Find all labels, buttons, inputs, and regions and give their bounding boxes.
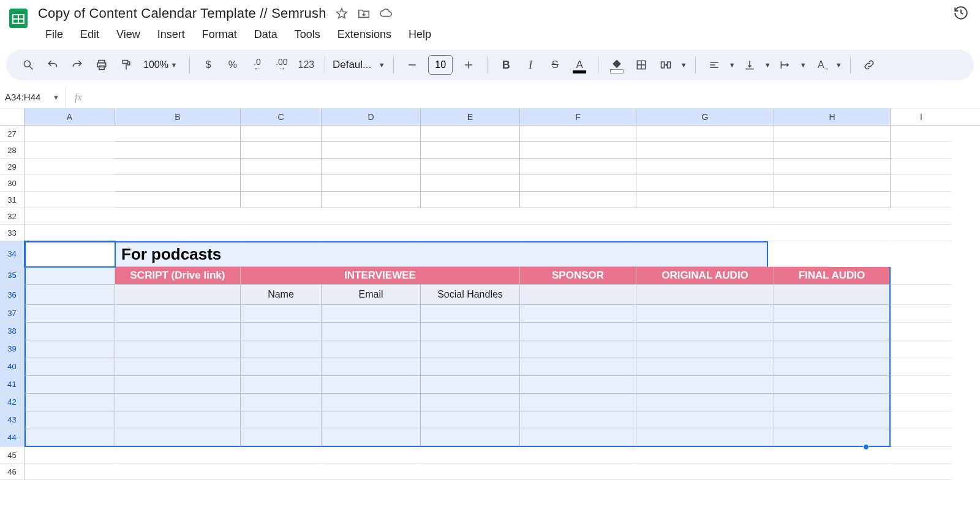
cell[interactable] xyxy=(241,323,322,340)
cloud-status-icon[interactable] xyxy=(379,7,393,20)
cell[interactable] xyxy=(520,225,636,241)
cell[interactable] xyxy=(421,411,520,429)
cell[interactable] xyxy=(24,192,115,208)
undo-icon[interactable] xyxy=(42,54,64,76)
format-percent-button[interactable]: % xyxy=(222,54,244,76)
cell[interactable] xyxy=(774,376,891,394)
cell[interactable] xyxy=(24,323,115,340)
increase-decimal-button[interactable]: .00→ xyxy=(271,54,293,76)
col-header[interactable]: B xyxy=(115,108,241,125)
cell[interactable] xyxy=(421,464,520,480)
cell[interactable] xyxy=(636,142,774,159)
menu-edit[interactable]: Edit xyxy=(73,26,107,43)
cell[interactable] xyxy=(322,447,421,464)
merge-cells-button[interactable] xyxy=(655,54,677,76)
cell[interactable] xyxy=(520,376,636,394)
cell[interactable] xyxy=(115,142,241,159)
caret-down-icon[interactable]: ▼ xyxy=(679,61,688,69)
select-all-corner[interactable] xyxy=(0,108,24,125)
menu-data[interactable]: Data xyxy=(247,26,285,43)
version-history-icon[interactable] xyxy=(953,5,970,22)
cell[interactable] xyxy=(24,142,115,159)
cell[interactable] xyxy=(520,340,636,358)
cell[interactable] xyxy=(322,208,421,225)
cell[interactable] xyxy=(774,411,891,429)
menu-insert[interactable]: Insert xyxy=(150,26,192,43)
cell[interactable] xyxy=(636,285,774,305)
caret-down-icon[interactable]: ▼ xyxy=(53,94,59,101)
cell[interactable] xyxy=(636,376,774,394)
cell[interactable] xyxy=(241,358,322,376)
cell[interactable] xyxy=(241,175,322,192)
header-sponsor[interactable]: SPONSOR xyxy=(520,267,636,285)
cell[interactable] xyxy=(891,358,952,376)
redo-icon[interactable] xyxy=(66,54,88,76)
text-rotation-button[interactable]: A→ xyxy=(810,54,832,76)
cell[interactable] xyxy=(322,159,421,175)
cell[interactable] xyxy=(115,376,241,394)
cell[interactable] xyxy=(891,175,952,192)
search-icon[interactable] xyxy=(17,54,39,76)
cell[interactable] xyxy=(421,394,520,411)
cell[interactable] xyxy=(774,394,891,411)
caret-down-icon[interactable]: ▼ xyxy=(834,61,843,69)
cell[interactable] xyxy=(520,159,636,175)
cell[interactable] xyxy=(636,225,774,241)
decrease-decimal-button[interactable]: .0← xyxy=(246,54,268,76)
cell[interactable] xyxy=(774,464,891,480)
star-icon[interactable] xyxy=(335,7,349,20)
cell[interactable] xyxy=(774,208,891,225)
cell[interactable] xyxy=(115,464,241,480)
menu-help[interactable]: Help xyxy=(401,26,439,43)
cell[interactable] xyxy=(774,323,891,340)
header-orig-audio[interactable]: ORIGINAL AUDIO xyxy=(636,267,774,285)
cell[interactable] xyxy=(322,126,421,142)
cell[interactable] xyxy=(520,192,636,208)
cell[interactable] xyxy=(115,323,241,340)
cell[interactable] xyxy=(322,376,421,394)
name-box[interactable]: A34:H44▼ xyxy=(0,86,66,108)
section-title-cell[interactable]: For podcasts xyxy=(115,241,768,267)
cell[interactable] xyxy=(421,159,520,175)
cell[interactable] xyxy=(24,267,115,285)
cell[interactable] xyxy=(520,142,636,159)
cell[interactable] xyxy=(24,159,115,175)
cell[interactable] xyxy=(322,192,421,208)
cell[interactable] xyxy=(774,192,891,208)
cell[interactable] xyxy=(421,126,520,142)
cell[interactable] xyxy=(322,411,421,429)
sub-name[interactable]: Name xyxy=(241,285,322,305)
cell[interactable] xyxy=(774,429,891,447)
cell[interactable] xyxy=(322,340,421,358)
cell[interactable] xyxy=(115,192,241,208)
cell[interactable] xyxy=(891,394,952,411)
cell[interactable] xyxy=(24,305,115,323)
cell[interactable] xyxy=(241,305,322,323)
more-formats-button[interactable]: 123 xyxy=(295,54,317,76)
cell[interactable] xyxy=(115,411,241,429)
col-header[interactable]: A xyxy=(24,108,115,125)
cell[interactable] xyxy=(891,142,952,159)
cell[interactable] xyxy=(636,192,774,208)
menu-file[interactable]: File xyxy=(38,26,70,43)
cell[interactable] xyxy=(24,225,115,241)
print-icon[interactable] xyxy=(91,54,113,76)
menu-tools[interactable]: Tools xyxy=(287,26,328,43)
cell[interactable] xyxy=(891,267,952,285)
sheets-logo[interactable] xyxy=(5,5,32,32)
header-final-audio[interactable]: FINAL AUDIO xyxy=(774,267,891,285)
cell[interactable] xyxy=(115,285,241,305)
zoom-select[interactable]: 100%▼ xyxy=(140,59,182,70)
active-cell[interactable] xyxy=(24,241,115,267)
cell[interactable] xyxy=(241,208,322,225)
cell[interactable] xyxy=(421,175,520,192)
cell[interactable] xyxy=(520,208,636,225)
cell[interactable] xyxy=(891,340,952,358)
cell[interactable] xyxy=(774,126,891,142)
cell[interactable] xyxy=(520,175,636,192)
cell[interactable] xyxy=(24,394,115,411)
cell[interactable] xyxy=(520,358,636,376)
cell[interactable] xyxy=(891,411,952,429)
font-family-select[interactable]: Defaul...▼ xyxy=(333,59,386,71)
cell[interactable] xyxy=(24,126,115,142)
